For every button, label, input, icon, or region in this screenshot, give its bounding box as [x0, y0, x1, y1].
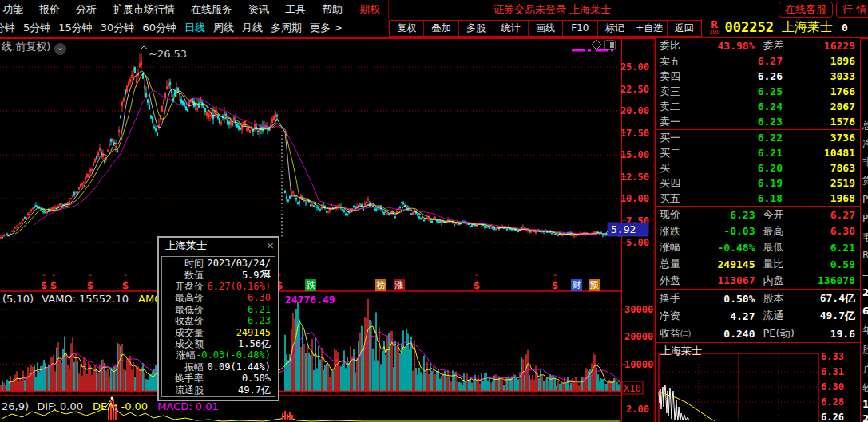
clipped-glyph: 非: [862, 156, 868, 169]
toolbar: 分钟5分钟15分钟30分钟60分钟日线周线月线多周期更多 > 复权叠加多股统计画…: [0, 19, 868, 39]
buy-level-volume: 1968: [783, 192, 860, 204]
buy-level-row[interactable]: 买四6.192519: [656, 176, 860, 191]
sell-level-row[interactable]: 卖二6.242067: [656, 99, 860, 114]
stat-row: 涨幅-0.48%最低6.21: [656, 239, 860, 256]
login-status: 证券交易未登录 上海莱士: [493, 0, 611, 19]
tooltip-row: 振幅0.09(1.44%): [162, 361, 275, 373]
corner-label-text: 线.前复权): [2, 41, 50, 53]
buy-level-row[interactable]: 买二6.2110481: [656, 145, 860, 160]
stat-label: 现价: [656, 207, 701, 222]
buy-level-row[interactable]: 买一6.223736: [656, 130, 860, 145]
tool-button-标记[interactable]: 标记: [598, 21, 632, 36]
tool-button-统计[interactable]: 统计: [493, 21, 528, 36]
clipped-glyph: 1,: [862, 399, 868, 410]
buy-level-row[interactable]: 买三6.207863: [656, 160, 860, 176]
menu-item-帮助[interactable]: 帮助: [314, 0, 351, 19]
sell-level-row[interactable]: 卖四6.263033: [656, 69, 860, 84]
tool-button-返回[interactable]: 返回: [668, 21, 701, 36]
menu-item-报价[interactable]: 报价: [31, 0, 68, 19]
menu-item-期权[interactable]: 期权: [351, 0, 389, 19]
tooltip-titlebar[interactable]: 上海莱士 ×: [159, 238, 278, 254]
buy-level-label: 买二: [656, 146, 703, 160]
buy-level-row[interactable]: 买五6.181968: [656, 191, 860, 206]
stat-label: 最高: [755, 224, 802, 239]
tool-button-多股[interactable]: 多股: [459, 21, 493, 36]
app-window: 功能报价分析扩展市场行情在线服务资讯工具帮助期权 证券交易未登录 上海莱士 在线…: [0, 0, 868, 422]
sell-level-label: 卖四: [656, 69, 703, 84]
tooltip-row-label: 换手率: [162, 373, 204, 384]
menu-item-在线服务[interactable]: 在线服务: [183, 0, 240, 19]
tool-button-叠加[interactable]: 叠加: [424, 21, 458, 36]
buy-level-label: 买三: [656, 161, 703, 176]
tooltip-row-value: 0.50%: [204, 373, 275, 384]
tooltip-row-value: 6.23: [204, 315, 275, 326]
stat-label: 涨幅: [656, 240, 701, 254]
menu-item-资讯[interactable]: 资讯: [240, 0, 277, 19]
tooltip-row: 成交额1.56亿: [162, 338, 275, 349]
period-tab-日线[interactable]: 日线: [180, 19, 209, 36]
tool-button-复权[interactable]: 复权: [390, 21, 424, 36]
weicha-label: 委差: [755, 38, 802, 53]
menu-item-分析[interactable]: 分析: [68, 0, 105, 19]
stat-row: 总量249145量比0.59: [656, 256, 860, 273]
svg-text:25.00: 25.00: [620, 61, 649, 73]
buy-level-volume: 2519: [783, 177, 860, 189]
header-button-在线客服[interactable]: 在线客服: [779, 2, 833, 18]
period-tab-分钟[interactable]: 分钟: [0, 19, 19, 36]
menu-bar: 功能报价分析扩展市场行情在线服务资讯工具帮助期权 证券交易未登录 上海莱士 在线…: [0, 0, 868, 19]
menu-items: 功能报价分析扩展市场行情在线服务资讯工具帮助期权: [0, 0, 389, 19]
stat-value: 136078: [802, 274, 861, 286]
close-icon[interactable]: ×: [266, 238, 275, 254]
quote-panel: 委比43.98%委差16229卖五6.271896卖四6.263033卖三6.2…: [655, 38, 861, 422]
sell-levels-section: 卖五6.271896卖四6.263033卖三6.251766卖二6.242067…: [656, 53, 860, 130]
period-tab-5分钟[interactable]: 5分钟: [19, 19, 54, 36]
period-tab-月线[interactable]: 月线: [238, 19, 267, 36]
svg-text:10000: 10000: [624, 359, 653, 370]
buy-level-label: 买四: [656, 176, 703, 191]
tooltip-row: 成交量249145: [162, 327, 275, 338]
period-tab-周线[interactable]: 周线: [209, 19, 238, 36]
svg-text:6.30: 6.30: [821, 381, 844, 392]
clipped-glyph: R: [862, 250, 868, 261]
svg-text:5.92: 5.92: [611, 223, 636, 235]
tool-button-+自选[interactable]: +自选: [632, 21, 667, 36]
tooltip-row-value: 0.09(1.44%): [204, 361, 275, 373]
tool-button-F10[interactable]: F10: [563, 21, 597, 36]
diamond-icon[interactable]: [592, 40, 601, 49]
stat-value: 6.27: [802, 209, 861, 221]
period-tab-多周期[interactable]: 多周期: [267, 19, 306, 36]
menu-item-功能[interactable]: 功能: [0, 0, 31, 19]
stat-label: 最低: [755, 240, 802, 254]
stat-value: 0.50%: [701, 293, 755, 305]
sell-level-volume: 1766: [783, 85, 860, 97]
sell-level-row[interactable]: 卖一6.231576: [656, 114, 860, 129]
period-tab-15分钟[interactable]: 15分钟: [54, 19, 97, 36]
stat-label: 换手: [656, 291, 701, 306]
stat-row: 净资4.27流通49.7亿: [656, 307, 860, 325]
svg-text:6.31: 6.31: [821, 366, 844, 377]
stat-label: 内盘: [755, 274, 802, 288]
menu-item-扩展市场行情[interactable]: 扩展市场行情: [105, 0, 183, 19]
tooltip-row-value: 49.7亿: [204, 385, 275, 396]
svg-text:20000: 20000: [624, 331, 653, 342]
stat-row: 涨跌-0.03最高6.30: [656, 223, 860, 240]
tool-button-画线[interactable]: 画线: [529, 21, 563, 36]
buy-level-price: 6.21: [703, 147, 783, 159]
sell-level-row[interactable]: 卖五6.271896: [656, 53, 860, 69]
tooltip-rows: 时间2023/03/24/五数值5.924开盘价6.27(0.16%)最高价6.…: [161, 256, 275, 397]
kline-chart-svg[interactable]: ~26.5325.0022.5020.0017.5015.0012.5010.0…: [0, 38, 655, 422]
tooltip-row-label: 收盘价: [162, 315, 204, 326]
period-tab-60分钟[interactable]: 60分钟: [138, 19, 180, 36]
kline-info-tooltip[interactable]: 上海莱士 × 时间2023/03/24/五数值5.924开盘价6.27(0.16…: [157, 236, 279, 401]
sell-level-row[interactable]: 卖三6.251766: [656, 84, 860, 99]
buy-level-volume: 3736: [783, 132, 860, 144]
menu-item-工具[interactable]: 工具: [277, 0, 314, 19]
sell-level-price: 6.25: [703, 85, 783, 97]
tooltip-row-label: 流通股: [162, 385, 204, 396]
period-tab-30分钟[interactable]: 30分钟: [97, 19, 139, 36]
chevron-down-icon[interactable]: ⌄: [54, 43, 66, 55]
kline-chart-area[interactable]: ~26.5325.0022.5020.0017.5015.0012.5010.0…: [0, 38, 655, 422]
buy-level-label: 买一: [656, 131, 703, 145]
period-tab-更多 >[interactable]: 更多 >: [306, 19, 347, 36]
tooltip-row: 最低价6.21: [162, 304, 275, 315]
